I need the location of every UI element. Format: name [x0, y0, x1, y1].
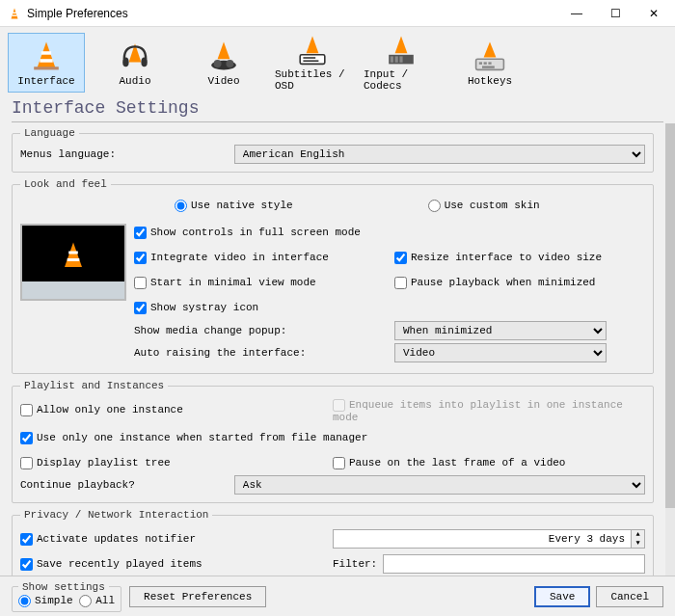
cb-one-instance[interactable]: Allow only one instance: [20, 404, 183, 416]
radio-simple[interactable]: Simple: [18, 595, 73, 606]
keyboard-icon: [472, 39, 507, 73]
film-icon: [206, 39, 241, 73]
filter-label: Filter:: [333, 558, 383, 570]
tab-label: Interface: [17, 75, 74, 87]
tab-video[interactable]: Video: [185, 33, 262, 93]
tab-label: Video: [207, 75, 239, 87]
svg-marker-23: [484, 42, 497, 58]
tab-subtitles[interactable]: Subtitles / OSD: [274, 33, 351, 93]
group-look-and-feel: Look and feel Use native style Use custo…: [12, 178, 654, 374]
svg-rect-4: [41, 51, 51, 55]
menus-language-select[interactable]: American English: [234, 145, 645, 164]
svg-point-9: [141, 58, 147, 67]
scrollbar-thumb[interactable]: [665, 123, 675, 508]
page-title: Interface Settings: [0, 93, 675, 121]
group-legend: Show settings: [18, 581, 109, 593]
svg-marker-29: [65, 243, 82, 268]
cb-resize-interface[interactable]: Resize interface to video size: [394, 252, 602, 264]
radio-custom-skin[interactable]: Use custom skin: [428, 200, 540, 212]
cone-icon: [59, 241, 88, 270]
maximize-button[interactable]: ☐: [596, 0, 634, 27]
titlebar: Simple Preferences — ☐ ✕: [0, 0, 675, 27]
menus-language-label: Menus language:: [20, 148, 234, 160]
cb-systray-icon[interactable]: Show systray icon: [134, 302, 258, 314]
cb-pause-minimized[interactable]: Pause playback when minimized: [394, 277, 595, 289]
cb-minimal-view[interactable]: Start in minimal view mode: [134, 277, 316, 289]
footer: Show settings Simple All Reset Preferenc…: [0, 576, 675, 616]
group-legend: Privacy / Network Interaction: [20, 509, 212, 521]
window-title: Simple Preferences: [27, 7, 557, 20]
divider: [12, 121, 663, 122]
minimize-button[interactable]: —: [557, 0, 596, 27]
radio-native-style[interactable]: Use native style: [175, 200, 293, 212]
headphones-icon: [118, 39, 152, 73]
tab-interface[interactable]: Interface: [8, 33, 85, 93]
tab-audio[interactable]: Audio: [96, 33, 174, 93]
svg-rect-28: [482, 66, 495, 67]
svg-point-8: [122, 58, 128, 67]
svg-rect-21: [395, 56, 398, 62]
svg-rect-2: [12, 14, 16, 15]
group-show-settings: Show settings Simple All: [12, 581, 122, 612]
svg-marker-3: [37, 42, 55, 68]
svg-rect-30: [68, 252, 78, 254]
media-popup-label: Show media change popup:: [134, 325, 394, 336]
svg-rect-22: [399, 56, 402, 62]
continue-playback-select[interactable]: Ask: [234, 475, 645, 495]
svg-point-13: [226, 60, 233, 67]
updates-interval-value: Every 3 days: [334, 533, 631, 545]
group-privacy: Privacy / Network Interaction Activate u…: [12, 509, 654, 576]
svg-marker-10: [218, 42, 230, 60]
svg-rect-25: [479, 62, 482, 64]
svg-rect-27: [488, 62, 491, 64]
tab-label: Subtitles / OSD: [275, 68, 350, 92]
cb-save-recent[interactable]: Save recently played items: [20, 558, 202, 571]
app-icon: [8, 7, 21, 20]
cb-integrate-video[interactable]: Integrate video in interface: [134, 252, 329, 264]
tab-hotkeys[interactable]: Hotkeys: [451, 33, 528, 93]
cb-playlist-tree[interactable]: Display playlist tree: [20, 457, 171, 469]
svg-rect-5: [40, 59, 52, 63]
cb-pause-last-frame[interactable]: Pause on the last frame of a video: [333, 457, 565, 469]
svg-rect-1: [13, 12, 16, 13]
updates-interval-spinner[interactable]: Every 3 days ▲▼: [333, 529, 645, 549]
save-button[interactable]: Save: [534, 586, 590, 607]
group-legend: Playlist and Instances: [20, 380, 168, 391]
cb-enqueue: Enqueue items into playlist in one insta…: [333, 399, 645, 423]
tab-label: Hotkeys: [468, 75, 512, 87]
category-tabs: Interface Audio Video Subtitles / OSD In…: [0, 27, 675, 93]
auto-raise-select[interactable]: Video: [394, 343, 607, 362]
auto-raise-label: Auto raising the interface:: [134, 347, 394, 359]
skin-preview: [20, 224, 126, 301]
radio-all[interactable]: All: [79, 595, 115, 606]
cb-one-instance-file-manager[interactable]: Use only one instance when started from …: [20, 432, 367, 444]
group-legend: Look and feel: [20, 178, 111, 190]
scrollbar[interactable]: [665, 123, 675, 576]
cancel-button[interactable]: Cancel: [596, 586, 663, 607]
codec-icon: [384, 34, 418, 67]
tab-label: Input / Codecs: [364, 68, 439, 92]
subtitles-icon: [295, 34, 330, 67]
continue-playback-label: Continue playback?: [20, 479, 234, 491]
svg-rect-15: [300, 55, 325, 65]
spin-up-icon[interactable]: ▲: [632, 530, 644, 539]
tab-input-codecs[interactable]: Input / Codecs: [363, 33, 440, 93]
radio-custom-input[interactable]: [428, 200, 441, 212]
svg-rect-31: [68, 258, 80, 261]
filter-input[interactable]: [383, 554, 645, 574]
settings-scroll-area: Language Menus language: American Englis…: [0, 123, 665, 576]
close-button[interactable]: ✕: [634, 0, 673, 27]
svg-marker-18: [395, 37, 408, 54]
cb-updates-notifier[interactable]: Activate updates notifier: [20, 533, 196, 546]
cb-fullscreen-controls[interactable]: Show controls in full screen mode: [134, 227, 361, 239]
group-legend: Language: [20, 127, 79, 139]
media-popup-select[interactable]: When minimized: [394, 321, 607, 340]
group-playlist: Playlist and Instances Allow only one in…: [12, 380, 654, 503]
tab-label: Audio: [119, 75, 150, 87]
svg-point-12: [214, 60, 222, 67]
svg-marker-14: [307, 37, 319, 54]
svg-rect-26: [484, 62, 487, 64]
spin-down-icon[interactable]: ▼: [632, 539, 644, 548]
reset-preferences-button[interactable]: Reset Preferences: [129, 586, 266, 607]
radio-native-input[interactable]: [175, 200, 187, 212]
